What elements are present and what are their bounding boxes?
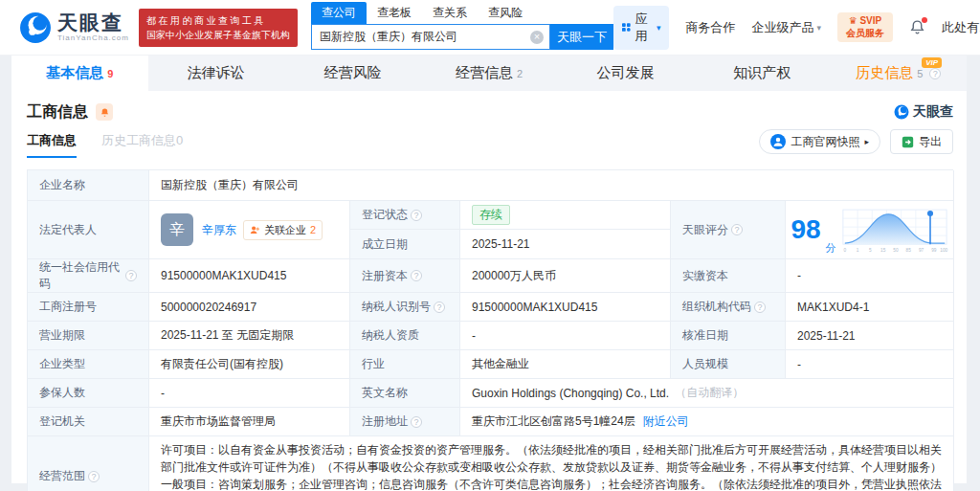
notification-bell-icon[interactable] [909, 19, 925, 35]
info-label: 工商注册号 [28, 293, 149, 322]
info-label: 登记机关 [28, 408, 149, 436]
subtab-business-info[interactable]: 工商信息 [27, 132, 77, 158]
help-icon[interactable]: ? [411, 270, 422, 281]
table-row: 企业名称 国新控股（重庆）有限公司 [28, 170, 953, 201]
info-value: - [786, 259, 954, 293]
auto-translate-note: （自动翻译） [675, 385, 744, 401]
tab-label: 经营信息 [456, 64, 513, 82]
svip-line1: SVIP [859, 15, 881, 26]
tab-intellectual-property[interactable]: 知识产权 [694, 56, 831, 91]
score-cell[interactable]: 98 分 [786, 201, 954, 259]
tab-basic-info[interactable]: 基本信息 9 [11, 56, 148, 91]
apps-label: 应用 [635, 11, 652, 45]
legal-rep-avatar[interactable]: 辛 [161, 213, 193, 246]
tab-count: 5 [917, 68, 923, 79]
svip-line2: 会员服务 [846, 28, 884, 40]
business-info-section: 工商信息 天眼查 工商信息 历史工商信息0 [11, 91, 967, 483]
info-label: 企业类型 [28, 350, 149, 379]
related-company-count: 2 [310, 224, 316, 235]
tab-operational-risk[interactable]: 经营风险 [284, 56, 421, 91]
chevron-down-icon: ▾ [816, 23, 821, 33]
info-label: 组织机构代码? [671, 293, 786, 322]
business-info-table: 企业名称 国新控股（重庆）有限公司 法定代表人 辛 辛厚东 关联企业 [27, 169, 953, 491]
menu-enterprise-products[interactable]: 企业级产品 ▾ [751, 19, 821, 36]
help-icon[interactable]: ? [411, 210, 422, 221]
table-row: 登记机关 重庆市市场监督管理局 注册地址? 重庆市江北区创富路5号1幢24层 附… [28, 408, 953, 436]
related-company-label: 关联企业 [264, 223, 306, 237]
help-icon[interactable]: ? [731, 224, 743, 235]
official-snapshot-button[interactable]: 工商官网快照 ▸ [759, 129, 880, 154]
info-value: 有限责任公司(国有控股) [149, 350, 350, 379]
search-button[interactable]: 天眼一下 [550, 24, 613, 50]
logo-text: 天眼查 [57, 11, 123, 33]
help-icon[interactable]: ? [88, 471, 100, 482]
tianyancha-logo-icon [19, 11, 52, 44]
search-tab-relation[interactable]: 查关系 [422, 2, 478, 24]
subtab-row: 工商信息 历史工商信息0 工商官网快照 ▸ [27, 133, 953, 158]
tab-label: 知识产权 [733, 64, 791, 82]
search-area: 查公司 查老板 查关系 查风险 × 天眼一下 [311, 5, 613, 50]
score-label: 天眼评分 ? [671, 201, 786, 259]
top-header: 天眼查 TianYanCha.com 都在用的商业查询工具 国家中小企业发展子基… [0, 0, 980, 56]
tab-company-development[interactable]: 公司发展 [557, 56, 694, 91]
user-menu[interactable]: 此处有... ▾ [942, 19, 980, 36]
info-label: 人员规模 [671, 350, 786, 379]
tianyancha-logo-icon [894, 104, 909, 120]
reg-status-cell: 存续 [460, 201, 671, 230]
help-icon[interactable]: ? [411, 416, 422, 428]
tianyancha-logo[interactable]: 天眼查 TianYanCha.com [19, 11, 129, 44]
menu-business-cooperation[interactable]: 商务合作 [685, 19, 735, 36]
promo-line1: 都在用的商业查询工具 [146, 13, 290, 28]
watermark-text: 天眼查 [913, 103, 953, 121]
info-label: 营业期限 [28, 322, 149, 350]
export-button[interactable]: 导出 [890, 129, 953, 154]
snapshot-person-icon [770, 134, 786, 149]
info-value: 91500000MAK1XUD415 [149, 259, 350, 293]
info-label: 英文名称 [350, 379, 460, 408]
help-icon[interactable]: ? [929, 68, 941, 79]
search-tab-risk[interactable]: 查风险 [478, 2, 533, 24]
table-row: 工商注册号 500000020246917 纳税人识别号? 91500000MA… [28, 293, 953, 322]
page: 天眼查 TianYanCha.com 都在用的商业查询工具 国家中小企业发展子基… [0, 0, 980, 491]
chevron-down-icon: ▾ [657, 23, 661, 33]
info-value: 91500000MAK1XUD415 [460, 293, 671, 322]
tab-label: 基本信息 [46, 64, 103, 82]
promo-line2: 国家中小企业发展子基金旗下机构 [146, 28, 290, 42]
section-title: 工商信息 [27, 102, 88, 123]
clear-icon[interactable]: × [530, 31, 544, 44]
table-row: 企业类型 有限责任公司(国有控股) 行业 其他金融业 人员规模 - [28, 350, 953, 379]
company-name-label: 企业名称 [28, 170, 149, 201]
svip-badge[interactable]: ♛ SVIP 会员服务 [837, 12, 893, 42]
apps-menu[interactable]: 应用 ▾ [613, 6, 670, 50]
search-tab-boss[interactable]: 查老板 [367, 2, 422, 24]
related-company-badge[interactable]: 关联企业 2 [243, 220, 323, 240]
tab-label: 公司发展 [597, 64, 655, 82]
tab-business-info[interactable]: 经营信息 2 [421, 56, 558, 91]
tab-history-info[interactable]: VIP 历史信息 5 ? [830, 56, 967, 91]
tab-label: 历史信息 [856, 64, 913, 82]
subscribe-bell-icon[interactable] [96, 103, 113, 121]
help-icon[interactable]: ? [125, 270, 137, 281]
company-nav-tabs: 基本信息 9 法律诉讼 经营风险 经营信息 2 公司发展 知识产权 VIP 历史… [11, 56, 967, 91]
info-label: 纳税人资质 [350, 322, 460, 350]
legal-rep-cell: 辛 辛厚东 关联企业 2 [149, 201, 350, 259]
search-input[interactable] [320, 31, 530, 44]
watermark-logo: 天眼查 [894, 103, 953, 121]
help-icon[interactable]: ? [754, 301, 766, 313]
tab-label: 法律诉讼 [188, 64, 245, 82]
info-label: 参保人数 [28, 379, 149, 408]
related-company-icon [250, 225, 260, 235]
nearby-companies-link[interactable]: 附近公司 [643, 413, 689, 430]
svg-text:50: 50 [893, 248, 899, 253]
legal-rep-name-link[interactable]: 辛厚东 [202, 222, 236, 238]
search-tab-company[interactable]: 查公司 [311, 2, 367, 24]
tab-legal-litigation[interactable]: 法律诉讼 [148, 56, 285, 91]
status-badge: 存续 [472, 205, 510, 225]
svg-text:0: 0 [843, 248, 846, 253]
subtab-history-business-info[interactable]: 历史工商信息0 [101, 132, 183, 158]
user-name: 此处有... [942, 19, 980, 36]
info-value: - [786, 350, 954, 379]
help-icon[interactable]: ? [434, 301, 445, 313]
table-row: 统一社会信用代码? 91500000MAK1XUD415 注册资本? 20000… [28, 259, 953, 293]
info-value: MAK1XUD4-1 [786, 293, 954, 322]
